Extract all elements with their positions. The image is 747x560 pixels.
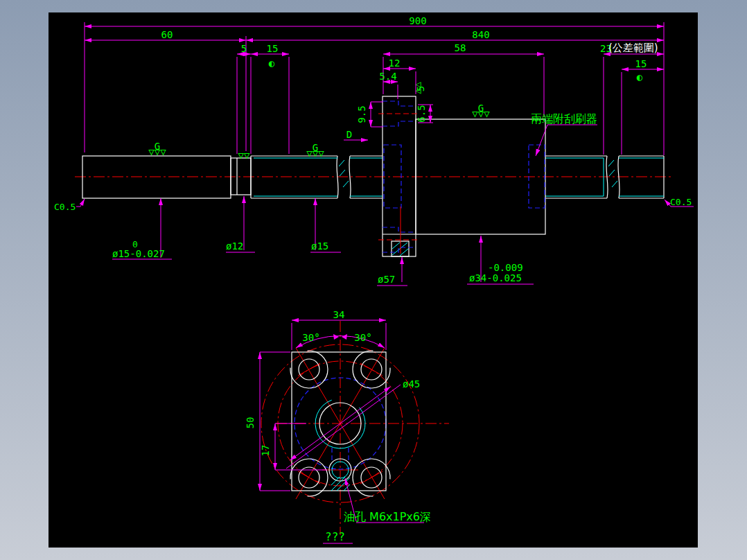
chamfer-left-label: C0.5 bbox=[54, 202, 76, 212]
surface-finish-triangles: ▽▽▽ bbox=[472, 108, 490, 119]
placeholder-text: ??? bbox=[325, 530, 345, 543]
dim-58: 58 bbox=[455, 42, 466, 53]
dim-900: 900 bbox=[409, 15, 426, 26]
oil-hole-note: 油孔 M6x1Px6深 bbox=[344, 510, 431, 523]
dia57-label: ø57 bbox=[378, 274, 395, 285]
dim-60: 60 bbox=[161, 29, 173, 40]
surface-finish-triangles: ▽▽▽ bbox=[306, 148, 324, 159]
half-circle-symbol: ◐ bbox=[637, 71, 643, 82]
angle-30-right: 30° bbox=[354, 332, 371, 343]
dia45-label: ø45 bbox=[403, 378, 420, 390]
dim-17: 17 bbox=[260, 445, 271, 457]
chamfer-right-label: C0.5 bbox=[670, 197, 692, 207]
dia12-label: ø12 bbox=[226, 240, 243, 252]
dim-50: 50 bbox=[245, 417, 256, 429]
angle-30-left: 30° bbox=[302, 332, 319, 343]
dim-6-5: 6.5 bbox=[416, 105, 427, 122]
surface-finish-triangles: ▽▽ bbox=[238, 150, 250, 161]
cad-window: G ▽▽▽ G ▽▽▽ G ▽▽▽ ▽▽ ◁ ◁ 5 D bbox=[0, 0, 747, 560]
dim-15-right: 15 bbox=[635, 58, 647, 69]
dia34-tolerance: ø34-0.025 bbox=[469, 272, 522, 283]
dim-5: 5 bbox=[241, 43, 247, 54]
tolerance-range-note: (公差範圍) bbox=[608, 42, 658, 54]
dia15-tolerance: ø15-0.027 bbox=[112, 248, 165, 259]
dim-12: 12 bbox=[389, 58, 401, 69]
surface-finish-triangles: ▽▽▽ bbox=[148, 146, 166, 157]
half-circle-symbol: ◐ bbox=[269, 58, 275, 69]
dim-34: 34 bbox=[333, 309, 345, 320]
section-label-d: D bbox=[346, 129, 352, 140]
dim-840: 840 bbox=[472, 29, 489, 40]
dia34-tol-upper: -0.009 bbox=[488, 262, 523, 273]
dia15-thread-label: ø15 bbox=[311, 240, 328, 252]
dim-5-vertical: 5 bbox=[415, 86, 426, 91]
scraper-note: 兩端附刮刷器 bbox=[531, 112, 597, 125]
dim-15-left: 15 bbox=[267, 43, 279, 54]
dim-5-4: 5.4 bbox=[379, 71, 396, 82]
dim-9-5: 9.5 bbox=[356, 105, 367, 123]
